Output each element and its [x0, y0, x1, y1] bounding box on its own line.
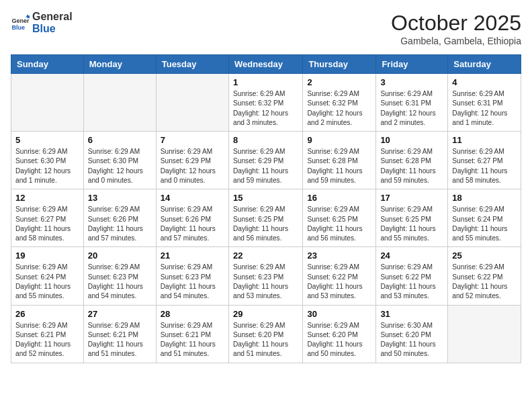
calendar-cell: 22Sunrise: 6:29 AMSunset: 6:23 PMDayligh…	[228, 247, 302, 305]
day-number: 2	[307, 77, 371, 87]
day-info: Sunrise: 6:29 AMSunset: 6:30 PMDaylight:…	[88, 147, 152, 185]
day-info: Sunrise: 6:29 AMSunset: 6:25 PMDaylight:…	[307, 205, 371, 243]
day-number: 17	[380, 193, 443, 203]
calendar-cell: 3Sunrise: 6:29 AMSunset: 6:31 PMDaylight…	[376, 74, 448, 132]
day-info: Sunrise: 6:29 AMSunset: 6:31 PMDaylight:…	[380, 89, 443, 128]
day-info: Sunrise: 6:29 AMSunset: 6:20 PMDaylight:…	[307, 321, 371, 359]
day-info: Sunrise: 6:29 AMSunset: 6:25 PMDaylight:…	[233, 205, 298, 243]
day-info: Sunrise: 6:29 AMSunset: 6:29 PMDaylight:…	[233, 147, 298, 185]
calendar-cell: 12Sunrise: 6:29 AMSunset: 6:27 PMDayligh…	[11, 189, 84, 247]
day-info: Sunrise: 6:29 AMSunset: 6:31 PMDaylight:…	[452, 89, 517, 128]
calendar-cell: 1Sunrise: 6:29 AMSunset: 6:32 PMDaylight…	[228, 74, 302, 132]
svg-text:General: General	[11, 17, 30, 24]
day-info: Sunrise: 6:29 AMSunset: 6:26 PMDaylight:…	[161, 205, 224, 243]
logo-icon: General Blue	[11, 13, 30, 32]
calendar-cell: 29Sunrise: 6:29 AMSunset: 6:20 PMDayligh…	[228, 305, 302, 363]
calendar-cell	[11, 74, 84, 132]
day-info: Sunrise: 6:29 AMSunset: 6:27 PMDaylight:…	[15, 205, 79, 243]
logo-blue-text: Blue	[32, 23, 56, 34]
day-info: Sunrise: 6:29 AMSunset: 6:22 PMDaylight:…	[380, 263, 443, 301]
day-number: 25	[452, 250, 517, 261]
day-number: 29	[233, 309, 298, 319]
calendar-cell	[83, 74, 156, 132]
day-info: Sunrise: 6:29 AMSunset: 6:29 PMDaylight:…	[161, 147, 224, 185]
day-number: 6	[88, 135, 152, 145]
calendar-cell: 2Sunrise: 6:29 AMSunset: 6:32 PMDaylight…	[303, 74, 376, 132]
day-number: 15	[233, 193, 298, 203]
col-sunday: Sunday	[11, 55, 84, 74]
day-info: Sunrise: 6:29 AMSunset: 6:24 PMDaylight:…	[452, 205, 517, 243]
col-monday: Monday	[83, 55, 156, 74]
calendar-cell: 18Sunrise: 6:29 AMSunset: 6:24 PMDayligh…	[448, 189, 521, 247]
day-number: 23	[307, 250, 371, 261]
calendar-cell: 9Sunrise: 6:29 AMSunset: 6:28 PMDaylight…	[303, 132, 376, 189]
calendar-cell	[156, 74, 228, 132]
logo-general-text: General	[32, 11, 73, 22]
calendar-cell: 7Sunrise: 6:29 AMSunset: 6:29 PMDaylight…	[156, 132, 228, 189]
location: Gambela, Gambela, Ethiopia	[391, 36, 521, 46]
day-number: 26	[15, 309, 79, 319]
day-number: 28	[161, 309, 224, 319]
calendar-header-row: Sunday Monday Tuesday Wednesday Thursday…	[11, 55, 521, 74]
day-info: Sunrise: 6:29 AMSunset: 6:27 PMDaylight:…	[452, 147, 517, 185]
day-number: 24	[380, 250, 443, 261]
day-number: 5	[15, 135, 79, 145]
day-info: Sunrise: 6:29 AMSunset: 6:30 PMDaylight:…	[15, 147, 79, 185]
day-info: Sunrise: 6:29 AMSunset: 6:24 PMDaylight:…	[15, 263, 79, 301]
month-title: October 2025	[391, 11, 521, 36]
calendar-cell: 4Sunrise: 6:29 AMSunset: 6:31 PMDaylight…	[448, 74, 521, 132]
calendar-cell: 28Sunrise: 6:29 AMSunset: 6:21 PMDayligh…	[156, 305, 228, 363]
day-number: 31	[380, 309, 443, 319]
calendar-cell: 23Sunrise: 6:29 AMSunset: 6:22 PMDayligh…	[303, 247, 376, 305]
calendar-week-1: 1Sunrise: 6:29 AMSunset: 6:32 PMDaylight…	[11, 74, 521, 132]
calendar-cell: 13Sunrise: 6:29 AMSunset: 6:26 PMDayligh…	[83, 189, 156, 247]
calendar-cell: 10Sunrise: 6:29 AMSunset: 6:28 PMDayligh…	[376, 132, 448, 189]
svg-text:Blue: Blue	[11, 24, 25, 30]
calendar-cell: 17Sunrise: 6:29 AMSunset: 6:25 PMDayligh…	[376, 189, 448, 247]
calendar-table: Sunday Monday Tuesday Wednesday Thursday…	[11, 54, 521, 363]
day-number: 14	[161, 193, 224, 203]
title-block: October 2025 Gambela, Gambela, Ethiopia	[391, 11, 521, 46]
day-info: Sunrise: 6:29 AMSunset: 6:23 PMDaylight:…	[161, 263, 224, 301]
calendar-cell: 14Sunrise: 6:29 AMSunset: 6:26 PMDayligh…	[156, 189, 228, 247]
day-info: Sunrise: 6:30 AMSunset: 6:20 PMDaylight:…	[380, 321, 443, 359]
logo: General Blue General Blue	[11, 11, 73, 34]
day-info: Sunrise: 6:29 AMSunset: 6:32 PMDaylight:…	[233, 89, 298, 128]
calendar-cell: 31Sunrise: 6:30 AMSunset: 6:20 PMDayligh…	[376, 305, 448, 363]
day-number: 27	[88, 309, 152, 319]
day-info: Sunrise: 6:29 AMSunset: 6:23 PMDaylight:…	[233, 263, 298, 301]
day-number: 9	[307, 135, 371, 145]
day-info: Sunrise: 6:29 AMSunset: 6:20 PMDaylight:…	[233, 321, 298, 359]
calendar-cell: 11Sunrise: 6:29 AMSunset: 6:27 PMDayligh…	[448, 132, 521, 189]
calendar-week-4: 19Sunrise: 6:29 AMSunset: 6:24 PMDayligh…	[11, 247, 521, 305]
calendar-cell: 25Sunrise: 6:29 AMSunset: 6:22 PMDayligh…	[448, 247, 521, 305]
calendar-cell: 8Sunrise: 6:29 AMSunset: 6:29 PMDaylight…	[228, 132, 302, 189]
calendar-cell: 20Sunrise: 6:29 AMSunset: 6:23 PMDayligh…	[83, 247, 156, 305]
calendar-cell: 5Sunrise: 6:29 AMSunset: 6:30 PMDaylight…	[11, 132, 84, 189]
day-number: 22	[233, 250, 298, 261]
col-thursday: Thursday	[303, 55, 376, 74]
col-tuesday: Tuesday	[156, 55, 228, 74]
day-number: 1	[233, 77, 298, 87]
day-info: Sunrise: 6:29 AMSunset: 6:26 PMDaylight:…	[88, 205, 152, 243]
day-info: Sunrise: 6:29 AMSunset: 6:21 PMDaylight:…	[161, 321, 224, 359]
day-info: Sunrise: 6:29 AMSunset: 6:21 PMDaylight:…	[88, 321, 152, 359]
col-saturday: Saturday	[448, 55, 521, 74]
calendar-cell: 21Sunrise: 6:29 AMSunset: 6:23 PMDayligh…	[156, 247, 228, 305]
day-info: Sunrise: 6:29 AMSunset: 6:22 PMDaylight:…	[452, 263, 517, 301]
day-info: Sunrise: 6:29 AMSunset: 6:28 PMDaylight:…	[307, 147, 371, 185]
calendar-cell: 15Sunrise: 6:29 AMSunset: 6:25 PMDayligh…	[228, 189, 302, 247]
day-info: Sunrise: 6:29 AMSunset: 6:23 PMDaylight:…	[88, 263, 152, 301]
day-number: 10	[380, 135, 443, 145]
calendar-week-3: 12Sunrise: 6:29 AMSunset: 6:27 PMDayligh…	[11, 189, 521, 247]
day-number: 3	[380, 77, 443, 87]
day-number: 30	[307, 309, 371, 319]
calendar-cell: 16Sunrise: 6:29 AMSunset: 6:25 PMDayligh…	[303, 189, 376, 247]
calendar-cell: 27Sunrise: 6:29 AMSunset: 6:21 PMDayligh…	[83, 305, 156, 363]
col-friday: Friday	[376, 55, 448, 74]
calendar-cell: 24Sunrise: 6:29 AMSunset: 6:22 PMDayligh…	[376, 247, 448, 305]
day-info: Sunrise: 6:29 AMSunset: 6:22 PMDaylight:…	[307, 263, 371, 301]
day-number: 21	[161, 250, 224, 261]
day-info: Sunrise: 6:29 AMSunset: 6:25 PMDaylight:…	[380, 205, 443, 243]
day-info: Sunrise: 6:29 AMSunset: 6:28 PMDaylight:…	[380, 147, 443, 185]
